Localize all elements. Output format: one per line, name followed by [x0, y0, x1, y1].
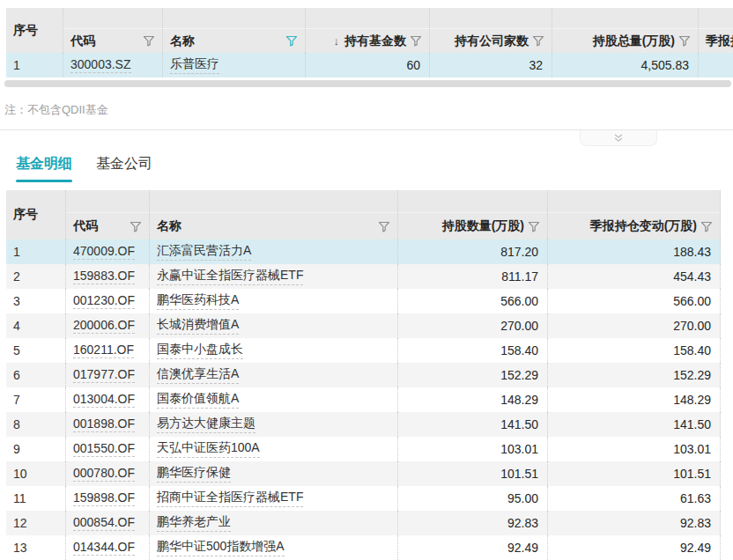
col-header-code[interactable]: 代码	[66, 213, 150, 239]
group-cell	[548, 190, 721, 212]
group-cell	[306, 8, 430, 28]
table-row[interactable]: 11 159898.OF 招商中证全指医疗器械ETF 95.00 61.63	[6, 486, 721, 511]
fund-name: 鹏华中证500指数增强A	[157, 539, 285, 556]
fund-code: 001550.OF	[73, 441, 135, 457]
table-row[interactable]: 5 160211.OF 国泰中小盘成长 158.40 158.40	[6, 338, 721, 363]
fund-code: 160211.OF	[73, 343, 134, 358]
fund-name-link[interactable]: 鹏华医疗保健	[150, 461, 398, 486]
filter-icon[interactable]	[678, 35, 691, 47]
serial-cell: 12	[6, 511, 66, 535]
fund-name-link[interactable]: 鹏华中证500指数增强A	[150, 535, 398, 560]
change-cell: 148.29	[548, 387, 721, 412]
stock-name-link[interactable]: 乐普医疗	[163, 53, 306, 77]
table-row[interactable]: 2 159883.OF 永赢中证全指医疗器械ETF 811.17 454.43	[6, 264, 721, 289]
col-label: 序号	[13, 23, 38, 39]
fund-name: 易方达大健康主题	[157, 416, 255, 433]
col-label: 季报持仓变动(万股)	[590, 218, 697, 234]
table-row[interactable]: 4 200006.OF 长城消费增值A 270.00 270.00	[6, 313, 721, 338]
fund-name-link[interactable]: 国泰价值领航A	[150, 387, 398, 412]
col-header-fund-count[interactable]: ↓ 持有基金数	[306, 29, 430, 53]
fund-name-link[interactable]: 招商中证全指医疗器械ETF	[150, 486, 398, 511]
table-row[interactable]: 12 000854.OF 鹏华养老产业 92.83 92.83	[6, 511, 721, 535]
fund-code-link[interactable]: 014344.OF	[66, 535, 150, 560]
filter-icon-active[interactable]	[285, 35, 298, 47]
fund-name-link[interactable]: 鹏华医药科技A	[150, 289, 398, 313]
col-label: 持股数量(万股)	[442, 218, 524, 234]
tab-fund-company[interactable]: 基金公司	[96, 155, 152, 189]
fund-count-cell: 60	[306, 53, 430, 77]
fund-code-link[interactable]: 013004.OF	[66, 387, 150, 412]
filter-icon[interactable]	[378, 221, 390, 232]
fund-code-link[interactable]: 001550.OF	[66, 437, 150, 461]
fund-code-link[interactable]: 200006.OF	[66, 313, 150, 338]
change-cell: 92.49	[548, 535, 721, 560]
fund-name-link[interactable]: 永赢中证全指医疗器械ETF	[150, 264, 398, 289]
filter-icon[interactable]	[130, 221, 142, 232]
serial-cell: 4	[6, 313, 66, 338]
fund-name-link[interactable]: 天弘中证医药100A	[150, 437, 398, 461]
col-header-name[interactable]: 名称	[150, 213, 398, 239]
fund-name-link[interactable]: 长城消费增值A	[150, 313, 398, 338]
fund-name-link[interactable]: 易方达大健康主题	[150, 412, 398, 437]
table-row[interactable]: 1 470009.OF 汇添富民营活力A 817.20 188.43	[6, 239, 721, 264]
serial-cell: 6	[6, 363, 66, 387]
fund-code-link[interactable]: 017977.OF	[66, 363, 150, 387]
fund-code-link[interactable]: 160211.OF	[66, 338, 150, 363]
stock-code-link[interactable]: 300003.SZ	[63, 53, 163, 77]
filter-icon[interactable]	[410, 35, 422, 47]
fund-table-header: 序号 代码 名称 持股数量(万股)	[6, 190, 721, 239]
shares-cell: 103.01	[398, 437, 548, 461]
fund-name: 鹏华养老产业	[157, 514, 231, 532]
fund-code-link[interactable]: 159883.OF	[66, 264, 150, 289]
fund-code-link[interactable]: 000854.OF	[66, 511, 150, 535]
col-header-shares[interactable]: 持股数量(万股)	[398, 213, 548, 239]
col-header-code[interactable]: 代码	[63, 29, 163, 53]
group-cell	[398, 190, 548, 212]
fund-code-link[interactable]: 001230.OF	[66, 289, 150, 313]
serial-cell: 7	[6, 387, 66, 412]
fund-name-link[interactable]: 鹏华养老产业	[150, 511, 398, 535]
filter-icon[interactable]	[700, 221, 713, 232]
filter-icon[interactable]	[528, 221, 540, 232]
col-header-quarter-change[interactable]: 季报持仓变动(万股)	[548, 213, 721, 239]
scrollbar-thumb[interactable]	[4, 80, 731, 87]
filter-icon[interactable]	[532, 35, 544, 47]
table-row[interactable]: 6 017977.OF 信澳优享生活A 152.29 152.29	[6, 363, 721, 387]
fund-code: 013004.OF	[73, 392, 135, 408]
table-row[interactable]: 8 001898.OF 易方达大健康主题 141.50 141.50	[6, 412, 721, 437]
serial-cell: 2	[6, 264, 66, 289]
fund-code: 001230.OF	[73, 293, 135, 309]
fund-name: 天弘中证医药100A	[157, 440, 260, 458]
fund-name: 国泰中小盘成长	[157, 342, 243, 359]
fund-code-link[interactable]: 470009.OF	[66, 239, 150, 264]
fund-code-link[interactable]: 159898.OF	[66, 486, 150, 511]
fund-code-link[interactable]: 001898.OF	[66, 412, 150, 437]
collapse-handle[interactable]	[580, 130, 657, 146]
table-row[interactable]: 13 014344.OF 鹏华中证500指数增强A 92.49 92.49	[6, 535, 721, 560]
table-row[interactable]: 10 000780.OF 鹏华医疗保健 101.51 101.51	[6, 461, 721, 486]
change-cell: 270.00	[548, 313, 721, 338]
shares-cell: 811.17	[398, 264, 548, 289]
horizontal-scrollbar[interactable]	[0, 79, 733, 88]
col-label: 代码	[70, 33, 95, 49]
header-group-row	[63, 8, 733, 29]
fund-name: 汇添富民营活力A	[157, 243, 251, 261]
table-row[interactable]: 3 001230.OF 鹏华医药科技A 566.00 566.00	[6, 289, 721, 313]
fund-name-link[interactable]: 汇添富民营活力A	[150, 239, 398, 264]
table-row[interactable]: 7 013004.OF 国泰价值领航A 148.29 148.29	[6, 387, 721, 412]
stock-table-header: 序号 代码 名称 ↓ 持有	[6, 8, 733, 53]
filter-icon[interactable]	[143, 35, 155, 47]
tab-fund-detail[interactable]: 基金明细	[16, 155, 72, 189]
col-header-name[interactable]: 名称	[163, 29, 306, 53]
group-cell	[66, 190, 150, 212]
col-label: 代码	[73, 218, 98, 234]
table-row[interactable]: 1 300003.SZ 乐普医疗 60 32 4,505.83	[6, 53, 733, 77]
table-row[interactable]: 9 001550.OF 天弘中证医药100A 103.01 103.01	[6, 437, 721, 461]
fund-name-link[interactable]: 国泰中小盘成长	[150, 338, 398, 363]
col-header-company-count[interactable]: 持有公司家数	[430, 29, 552, 53]
col-header-total-shares[interactable]: 持股总量(万股)	[552, 29, 699, 53]
shares-cell: 95.00	[398, 486, 548, 511]
col-header-quarter-change[interactable]: 季报持仓变动(万股)	[699, 29, 733, 53]
fund-name-link[interactable]: 信澳优享生活A	[150, 363, 398, 387]
fund-code-link[interactable]: 000780.OF	[66, 461, 150, 486]
